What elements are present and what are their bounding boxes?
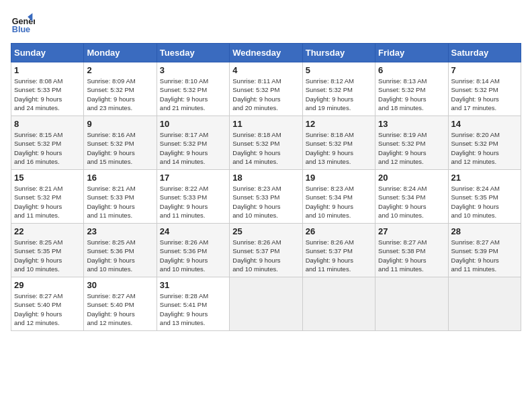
calendar-week-2: 8Sunrise: 8:15 AM Sunset: 5:32 PM Daylig… xyxy=(11,116,521,170)
calendar-week-5: 29Sunrise: 8:27 AM Sunset: 5:40 PM Dayli… xyxy=(11,277,521,331)
day-info: Sunrise: 8:08 AM Sunset: 5:33 PM Dayligh… xyxy=(14,77,81,112)
calendar-cell: 7Sunrise: 8:14 AM Sunset: 5:32 PM Daylig… xyxy=(448,62,521,116)
logo: General Blue xyxy=(11,11,35,35)
day-info: Sunrise: 8:28 AM Sunset: 5:41 PM Dayligh… xyxy=(160,291,226,327)
calendar-cell: 20Sunrise: 8:24 AM Sunset: 5:34 PM Dayli… xyxy=(375,170,448,224)
calendar-cell xyxy=(375,277,448,331)
day-info: Sunrise: 8:09 AM Sunset: 5:32 PM Dayligh… xyxy=(87,77,153,112)
day-info: Sunrise: 8:27 AM Sunset: 5:39 PM Dayligh… xyxy=(451,238,518,273)
day-info: Sunrise: 8:27 AM Sunset: 5:40 PM Dayligh… xyxy=(87,291,153,327)
calendar-cell: 1Sunrise: 8:08 AM Sunset: 5:33 PM Daylig… xyxy=(11,62,84,116)
day-info: Sunrise: 8:23 AM Sunset: 5:33 PM Dayligh… xyxy=(232,184,299,220)
calendar-cell: 13Sunrise: 8:19 AM Sunset: 5:32 PM Dayli… xyxy=(375,116,448,170)
day-info: Sunrise: 8:13 AM Sunset: 5:32 PM Dayligh… xyxy=(378,77,445,112)
day-number: 3 xyxy=(160,65,226,75)
calendar-cell: 27Sunrise: 8:27 AM Sunset: 5:38 PM Dayli… xyxy=(375,224,448,277)
day-info: Sunrise: 8:24 AM Sunset: 5:34 PM Dayligh… xyxy=(378,184,445,220)
calendar-cell xyxy=(302,277,375,331)
day-info: Sunrise: 8:26 AM Sunset: 5:37 PM Dayligh… xyxy=(232,238,299,273)
day-info: Sunrise: 8:26 AM Sunset: 5:37 PM Dayligh… xyxy=(306,238,372,273)
calendar-week-1: 1Sunrise: 8:08 AM Sunset: 5:33 PM Daylig… xyxy=(11,62,521,116)
calendar-cell: 12Sunrise: 8:18 AM Sunset: 5:32 PM Dayli… xyxy=(302,116,375,170)
day-number: 26 xyxy=(306,226,372,236)
day-info: Sunrise: 8:23 AM Sunset: 5:34 PM Dayligh… xyxy=(306,184,372,220)
day-info: Sunrise: 8:16 AM Sunset: 5:32 PM Dayligh… xyxy=(87,130,153,166)
day-info: Sunrise: 8:20 AM Sunset: 5:32 PM Dayligh… xyxy=(451,130,518,166)
col-header-saturday: Saturday xyxy=(448,44,521,62)
day-number: 6 xyxy=(378,65,445,75)
calendar-cell: 9Sunrise: 8:16 AM Sunset: 5:32 PM Daylig… xyxy=(84,116,157,170)
svg-text:Blue: Blue xyxy=(12,25,30,34)
day-number: 8 xyxy=(14,119,81,129)
day-number: 9 xyxy=(87,119,153,129)
day-info: Sunrise: 8:19 AM Sunset: 5:32 PM Dayligh… xyxy=(378,130,445,166)
day-number: 7 xyxy=(451,65,518,75)
calendar-cell: 10Sunrise: 8:17 AM Sunset: 5:32 PM Dayli… xyxy=(157,116,229,170)
day-number: 1 xyxy=(14,65,81,75)
day-number: 12 xyxy=(306,119,372,129)
day-info: Sunrise: 8:21 AM Sunset: 5:32 PM Dayligh… xyxy=(14,184,81,220)
day-info: Sunrise: 8:18 AM Sunset: 5:32 PM Dayligh… xyxy=(232,130,299,166)
day-number: 4 xyxy=(232,65,299,75)
day-number: 10 xyxy=(160,119,226,129)
calendar-cell: 28Sunrise: 8:27 AM Sunset: 5:39 PM Dayli… xyxy=(448,224,521,277)
day-number: 31 xyxy=(160,280,226,290)
calendar-week-4: 22Sunrise: 8:25 AM Sunset: 5:35 PM Dayli… xyxy=(11,224,521,277)
calendar-cell: 15Sunrise: 8:21 AM Sunset: 5:32 PM Dayli… xyxy=(11,170,84,224)
calendar-cell: 21Sunrise: 8:24 AM Sunset: 5:35 PM Dayli… xyxy=(448,170,521,224)
day-info: Sunrise: 8:18 AM Sunset: 5:32 PM Dayligh… xyxy=(306,130,372,166)
calendar-cell: 16Sunrise: 8:21 AM Sunset: 5:33 PM Dayli… xyxy=(84,170,157,224)
day-number: 24 xyxy=(160,226,226,236)
day-info: Sunrise: 8:17 AM Sunset: 5:32 PM Dayligh… xyxy=(160,130,226,166)
day-number: 20 xyxy=(378,173,445,183)
calendar-cell: 5Sunrise: 8:12 AM Sunset: 5:32 PM Daylig… xyxy=(302,62,375,116)
col-header-wednesday: Wednesday xyxy=(230,44,302,62)
calendar-cell: 6Sunrise: 8:13 AM Sunset: 5:32 PM Daylig… xyxy=(375,62,448,116)
day-info: Sunrise: 8:26 AM Sunset: 5:36 PM Dayligh… xyxy=(160,238,226,273)
calendar-cell: 25Sunrise: 8:26 AM Sunset: 5:37 PM Dayli… xyxy=(230,224,302,277)
day-number: 13 xyxy=(378,119,445,129)
calendar-week-3: 15Sunrise: 8:21 AM Sunset: 5:32 PM Dayli… xyxy=(11,170,521,224)
day-info: Sunrise: 8:22 AM Sunset: 5:33 PM Dayligh… xyxy=(160,184,226,220)
day-number: 16 xyxy=(87,173,153,183)
calendar-cell: 29Sunrise: 8:27 AM Sunset: 5:40 PM Dayli… xyxy=(11,277,84,331)
day-info: Sunrise: 8:11 AM Sunset: 5:32 PM Dayligh… xyxy=(232,77,299,112)
col-header-sunday: Sunday xyxy=(11,44,84,62)
day-info: Sunrise: 8:14 AM Sunset: 5:32 PM Dayligh… xyxy=(451,77,518,112)
calendar-cell: 19Sunrise: 8:23 AM Sunset: 5:34 PM Dayli… xyxy=(302,170,375,224)
calendar-cell: 24Sunrise: 8:26 AM Sunset: 5:36 PM Dayli… xyxy=(157,224,229,277)
day-number: 28 xyxy=(451,226,518,236)
col-header-thursday: Thursday xyxy=(302,44,375,62)
calendar-cell: 23Sunrise: 8:25 AM Sunset: 5:36 PM Dayli… xyxy=(84,224,157,277)
calendar-cell: 14Sunrise: 8:20 AM Sunset: 5:32 PM Dayli… xyxy=(448,116,521,170)
calendar-cell: 3Sunrise: 8:10 AM Sunset: 5:32 PM Daylig… xyxy=(157,62,229,116)
day-info: Sunrise: 8:25 AM Sunset: 5:35 PM Dayligh… xyxy=(14,238,81,273)
calendar-cell: 11Sunrise: 8:18 AM Sunset: 5:32 PM Dayli… xyxy=(230,116,302,170)
calendar-cell: 31Sunrise: 8:28 AM Sunset: 5:41 PM Dayli… xyxy=(157,277,229,331)
day-number: 22 xyxy=(14,226,81,236)
day-info: Sunrise: 8:15 AM Sunset: 5:32 PM Dayligh… xyxy=(14,130,81,166)
calendar-cell: 22Sunrise: 8:25 AM Sunset: 5:35 PM Dayli… xyxy=(11,224,84,277)
day-number: 21 xyxy=(451,173,518,183)
day-number: 25 xyxy=(232,226,299,236)
calendar-cell: 4Sunrise: 8:11 AM Sunset: 5:32 PM Daylig… xyxy=(230,62,302,116)
day-info: Sunrise: 8:24 AM Sunset: 5:35 PM Dayligh… xyxy=(451,184,518,220)
calendar-cell xyxy=(230,277,302,331)
day-info: Sunrise: 8:27 AM Sunset: 5:40 PM Dayligh… xyxy=(14,291,81,327)
calendar-cell: 30Sunrise: 8:27 AM Sunset: 5:40 PM Dayli… xyxy=(84,277,157,331)
day-number: 27 xyxy=(378,226,445,236)
logo-icon: General Blue xyxy=(11,11,35,35)
day-number: 29 xyxy=(14,280,81,290)
day-number: 19 xyxy=(306,173,372,183)
day-number: 11 xyxy=(232,119,299,129)
page-header: General Blue xyxy=(11,11,521,35)
day-info: Sunrise: 8:12 AM Sunset: 5:32 PM Dayligh… xyxy=(306,77,372,112)
calendar-cell: 17Sunrise: 8:22 AM Sunset: 5:33 PM Dayli… xyxy=(157,170,229,224)
col-header-tuesday: Tuesday xyxy=(157,44,229,62)
day-number: 18 xyxy=(232,173,299,183)
day-info: Sunrise: 8:27 AM Sunset: 5:38 PM Dayligh… xyxy=(378,238,445,273)
calendar-cell: 26Sunrise: 8:26 AM Sunset: 5:37 PM Dayli… xyxy=(302,224,375,277)
day-number: 14 xyxy=(451,119,518,129)
day-number: 15 xyxy=(14,173,81,183)
day-info: Sunrise: 8:25 AM Sunset: 5:36 PM Dayligh… xyxy=(87,238,153,273)
